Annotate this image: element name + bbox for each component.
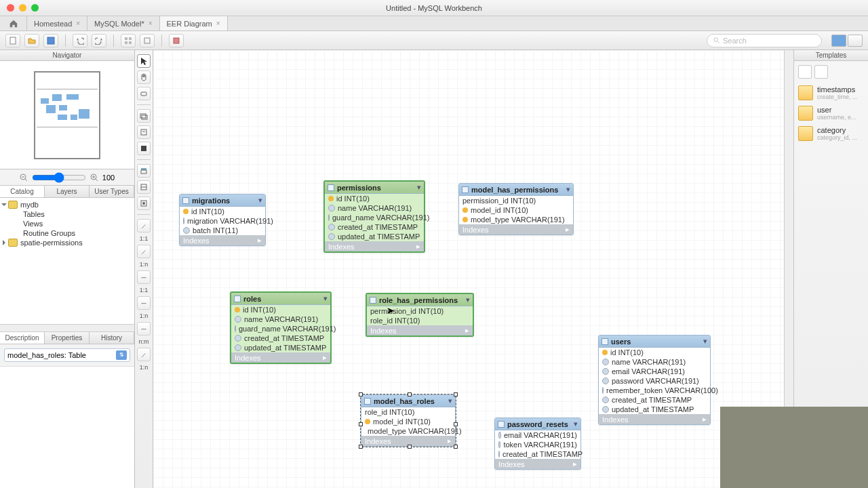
table-role-has-permissions[interactable]: role_has_permissions▾ permission_id INT(…	[366, 293, 474, 337]
zoom-in-icon[interactable]	[90, 174, 98, 182]
chevron-right-icon[interactable]: ▸	[703, 415, 707, 424]
column[interactable]: id INT(10)	[231, 305, 330, 314]
diagram-canvas[interactable]: migrations▾ id INT(10) migration VARCHAR…	[153, 50, 793, 488]
column[interactable]: id INT(10)	[180, 207, 265, 216]
toggle-right-panel[interactable]	[848, 35, 863, 47]
column[interactable]: updated_at TIMESTAMP	[599, 405, 710, 414]
chevron-right-icon[interactable]: ▸	[465, 326, 469, 335]
open-file-button[interactable]	[24, 34, 39, 47]
resize-handle[interactable]	[454, 445, 458, 449]
resize-handle[interactable]	[454, 392, 458, 396]
layer-tool[interactable]	[137, 109, 151, 123]
expand-icon[interactable]	[1, 203, 7, 206]
rel-n-m-tool[interactable]: ─	[137, 322, 151, 336]
column[interactable]: created_at TIMESTAMP	[325, 222, 424, 232]
column[interactable]: migration VARCHAR(191)	[180, 216, 265, 226]
tab-layers[interactable]: Layers	[45, 186, 90, 197]
object-selector[interactable]: model_has_roles: Table ⇅	[4, 348, 130, 362]
column[interactable]: created_at TIMESTAMP	[231, 333, 330, 343]
tab-history[interactable]: History	[90, 332, 134, 344]
chevron-down-icon[interactable]: ▾	[417, 183, 421, 192]
expand-icon[interactable]	[3, 240, 5, 245]
home-tab[interactable]	[0, 16, 27, 30]
column[interactable]: email VARCHAR(191)	[599, 367, 710, 376]
column[interactable]: permission_id INT(10)	[459, 196, 573, 205]
close-icon[interactable]: ×	[149, 20, 153, 27]
view-tool[interactable]	[137, 180, 151, 194]
chevron-down-icon[interactable]: ▾	[566, 185, 570, 194]
chevron-down-icon[interactable]: ▾	[258, 196, 262, 205]
template-user[interactable]: userusername, e...	[794, 103, 868, 123]
resize-handle[interactable]	[454, 422, 458, 426]
table-model-has-permissions[interactable]: model_has_permissions▾ permission_id INT…	[458, 183, 574, 235]
tree-item-spatie[interactable]: spatie-permissions	[0, 238, 134, 247]
resize-handle[interactable]	[359, 445, 363, 449]
rel-1-1-nonid-tool[interactable]: ⟋	[137, 219, 151, 232]
chevron-right-icon[interactable]: ▸	[323, 353, 327, 362]
column[interactable]: model_type VARCHAR(191)	[459, 215, 573, 224]
align-button[interactable]	[140, 34, 155, 47]
chevron-down-icon[interactable]: ▾	[323, 294, 328, 303]
tree-item-views[interactable]: Views	[0, 219, 134, 228]
chevron-right-icon[interactable]: ▸	[448, 436, 452, 445]
pointer-tool[interactable]	[137, 54, 151, 68]
table-model-has-roles[interactable]: model_has_roles▾ role_id INT(10) model_i…	[361, 394, 456, 447]
template-timestamps[interactable]: timestampscreate_time, ...	[794, 83, 868, 103]
tab-eer-diagram[interactable]: EER Diagram×	[160, 16, 228, 30]
rel-1-1-id-tool[interactable]: ─	[137, 270, 151, 284]
scrollbar-horizontal[interactable]	[0, 324, 134, 332]
export-button[interactable]	[169, 34, 184, 47]
column[interactable]: model_id INT(10)	[459, 205, 573, 215]
chevron-right-icon[interactable]: ▸	[573, 460, 577, 468]
rel-existing-tool[interactable]: ⟋	[137, 348, 151, 361]
chevron-right-icon[interactable]: ▸	[416, 242, 420, 251]
tab-user-types[interactable]: User Types	[90, 186, 134, 197]
column[interactable]: name VARCHAR(191)	[325, 203, 424, 213]
tab-catalog[interactable]: Catalog	[0, 186, 45, 197]
column[interactable]: password VARCHAR(191)	[599, 376, 710, 386]
table-tool[interactable]	[137, 164, 151, 178]
grid-button[interactable]	[121, 34, 136, 47]
column[interactable]: permission_id INT(10)	[367, 306, 473, 316]
hand-tool[interactable]	[137, 70, 151, 84]
close-icon[interactable]: ×	[76, 20, 80, 27]
image-tool[interactable]	[137, 142, 151, 155]
column[interactable]: role_id INT(10)	[361, 407, 455, 417]
rel-1-n-id-tool[interactable]: ─	[137, 296, 151, 310]
tree-item-routine-groups[interactable]: Routine Groups	[0, 228, 134, 238]
column[interactable]: created_at TIMESTAMP	[495, 449, 580, 459]
routine-tool[interactable]	[137, 197, 151, 210]
search-input[interactable]: Search	[707, 34, 822, 47]
column[interactable]: guard_name VARCHAR(191)	[231, 324, 330, 333]
toggle-left-panel[interactable]	[831, 35, 846, 47]
zoom-out-icon[interactable]	[20, 174, 28, 182]
column[interactable]: remember_token VARCHAR(100)	[599, 386, 710, 395]
resize-handle[interactable]	[408, 392, 412, 396]
column[interactable]: batch INT(11)	[180, 226, 265, 235]
zoom-icon[interactable]	[31, 4, 39, 12]
chevron-down-icon[interactable]: ▾	[703, 337, 707, 346]
redo-button[interactable]	[92, 34, 106, 47]
template-category[interactable]: categorycategory_id, ...	[794, 123, 868, 144]
save-button[interactable]	[43, 34, 58, 47]
column[interactable]: name VARCHAR(191)	[231, 314, 330, 324]
tab-homestead[interactable]: Homestead×	[27, 16, 87, 30]
rel-1-n-nonid-tool[interactable]: ⟋	[137, 245, 151, 258]
chevron-down-icon[interactable]: ▾	[448, 396, 452, 405]
column[interactable]: updated_at TIMESTAMP	[231, 343, 330, 352]
eraser-tool[interactable]	[137, 87, 151, 100]
chevron-down-icon[interactable]: ▾	[466, 296, 470, 304]
template-mode-b[interactable]	[814, 65, 828, 79]
column[interactable]: role_id INT(10)	[367, 316, 473, 325]
table-roles[interactable]: roles▾ id INT(10) name VARCHAR(191) guar…	[230, 291, 332, 364]
column[interactable]: token VARCHAR(191)	[495, 440, 580, 449]
table-users[interactable]: users▾ id INT(10) name VARCHAR(191) emai…	[598, 335, 711, 425]
chevron-down-icon[interactable]: ▾	[574, 420, 578, 428]
template-mode-a[interactable]	[798, 65, 812, 79]
tab-mysql-model[interactable]: MySQL Model*×	[87, 16, 159, 30]
column[interactable]: name VARCHAR(191)	[599, 357, 710, 367]
note-tool[interactable]	[137, 125, 151, 139]
diagram-thumbnail[interactable]	[0, 61, 134, 169]
close-icon[interactable]	[7, 4, 14, 12]
table-password-resets[interactable]: password_resets▾ email VARCHAR(191) toke…	[494, 418, 581, 470]
